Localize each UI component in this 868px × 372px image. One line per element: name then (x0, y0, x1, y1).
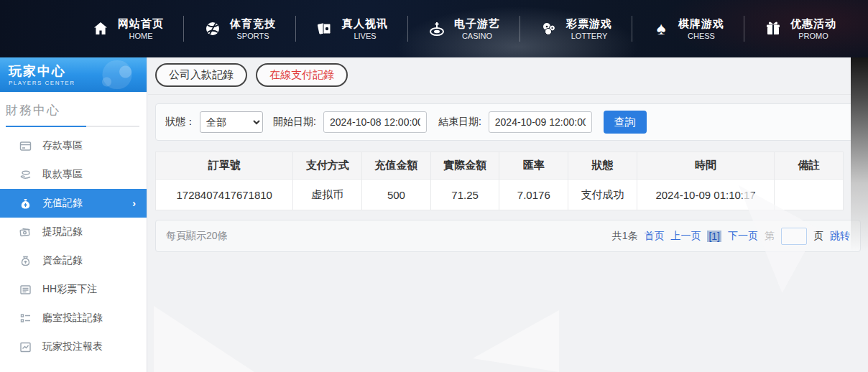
nav-item-lottery[interactable]: 彩票游戏 LOTTERY (520, 17, 632, 41)
cell-recharge-amount: 500 (362, 180, 431, 210)
start-date-label: 開始日期: (273, 116, 316, 129)
start-date-input[interactable] (323, 111, 427, 133)
col-header-order-no: 訂單號 (156, 152, 293, 180)
cell-actual-amount: 71.25 (430, 180, 499, 210)
col-header-status: 狀態 (568, 152, 637, 180)
tab-company-deposit-records[interactable]: 公司入款記錄 (155, 63, 247, 87)
sidebar-item-label: 廳室投註記錄 (42, 312, 103, 325)
nav-label-en: LOTTERY (566, 31, 612, 41)
col-header-remark: 備註 (775, 152, 844, 180)
nav-label-zh: 优惠活动 (790, 17, 836, 31)
nav-label-zh: 棋牌游戏 (678, 17, 724, 31)
list-icon (19, 284, 32, 296)
col-header-recharge-amount: 充值金額 (362, 152, 431, 180)
table-header-row: 訂單號 支付方式 充值金額 實際金額 匯率 狀態 時間 備註 (156, 152, 844, 180)
players-center-header: 玩家中心 PLAYERS CENTER (0, 57, 147, 92)
col-header-actual-amount: 實際金額 (430, 152, 499, 180)
total-count-text: 共1条 (612, 230, 638, 243)
status-label: 狀態： (165, 116, 195, 129)
next-page-link[interactable]: 下一页 (728, 230, 758, 243)
nav-item-promo[interactable]: 优惠活动 PROMO (744, 17, 856, 41)
nav-label-en: HOME (118, 31, 164, 41)
sidebar-menu: 存款專區 取款專區 充值記錄 › 提現記錄 資金記錄 (0, 131, 147, 361)
decorative-triangle (154, 306, 254, 372)
status-select[interactable]: 全部 (200, 111, 263, 133)
nav-label-en: CASINO (454, 31, 500, 41)
sidebar-item-label: 玩家投注報表 (42, 340, 103, 353)
nav-item-casino[interactable]: 电子游艺 CASINO (408, 17, 520, 41)
sidebar: 玩家中心 PLAYERS CENTER 財務中心 存款專區 取款專區 充值記錄 … (0, 57, 147, 372)
sidebar-item-withdraw-zone[interactable]: 取款專區 (0, 160, 147, 189)
lottery-balls-icon (540, 19, 558, 38)
sidebar-item-room-bet-records[interactable]: 廳室投註記錄 (0, 304, 147, 333)
col-header-exchange-rate: 匯率 (499, 152, 568, 180)
section-underline (6, 126, 139, 127)
nav-item-chess[interactable]: ♠ 棋牌游戏 CHESS (632, 17, 744, 41)
top-navigation: 网站首页 HOME 体育竞技 SPORTS 真人视讯 LIVES 电子游艺 CA… (0, 0, 868, 57)
nav-label-en: CHESS (678, 31, 724, 41)
sidebar-item-label: 充值記錄 (42, 197, 83, 210)
cell-remark (775, 180, 844, 210)
money-bag-icon (19, 197, 32, 210)
sidebar-item-deposit-zone[interactable]: 存款專區 (0, 131, 147, 160)
personal-center-section-title: 個人中心 (0, 361, 147, 372)
sidebar-item-label: 存款專區 (42, 139, 83, 152)
sports-ball-icon (203, 19, 222, 38)
current-page-indicator: [1] (707, 231, 721, 242)
nav-label-en: PROMO (790, 31, 836, 41)
finance-section-header: 財務中心 (0, 92, 147, 127)
nav-label-zh: 彩票游戏 (566, 17, 612, 31)
end-date-input[interactable] (489, 111, 592, 133)
sidebar-item-label: HH彩票下注 (42, 283, 97, 296)
nav-label-zh: 电子游艺 (454, 17, 500, 31)
cell-order-no: 1728407417671810 (156, 180, 293, 210)
checklist-icon (19, 312, 32, 325)
sidebar-title: 玩家中心 (9, 62, 147, 80)
withdraw-hand-icon (19, 169, 32, 181)
sidebar-subtitle: PLAYERS CENTER (9, 80, 147, 86)
home-icon (91, 19, 110, 38)
recharge-records-table: 訂單號 支付方式 充值金額 實際金額 匯率 狀態 時間 備註 172840741… (155, 152, 844, 210)
finance-section-title: 財務中心 (6, 102, 139, 126)
col-header-time: 時間 (637, 152, 774, 180)
deposit-card-icon (19, 140, 32, 152)
roulette-icon (428, 19, 446, 38)
sidebar-item-recharge-records[interactable]: 充值記錄 › (0, 189, 147, 218)
sidebar-item-player-bet-report[interactable]: 玩家投注報表 (0, 333, 147, 361)
tab-online-payment-records[interactable]: 在線支付記錄 (256, 63, 348, 87)
background-gradient-strip (851, 57, 868, 251)
gift-icon (764, 19, 782, 38)
table-row: 1728407417671810 虚拟币 500 71.25 7.0176 支付… (156, 180, 844, 210)
main-content: 公司入款記錄 在線支付記錄 狀態： 全部 開始日期: 結束日期: 查詢 訂單號 … (148, 57, 868, 372)
cell-exchange-rate: 7.0176 (499, 180, 568, 210)
col-header-payment-method: 支付方式 (293, 152, 362, 180)
report-chart-icon (19, 341, 32, 353)
prev-page-link[interactable]: 上一页 (670, 230, 701, 243)
sidebar-item-label: 資金記錄 (42, 254, 83, 267)
cash-note-icon (19, 226, 32, 238)
sidebar-item-label: 提現記錄 (42, 225, 83, 238)
nav-label-zh: 真人视讯 (342, 17, 388, 31)
cell-status: 支付成功 (568, 180, 637, 210)
first-page-link[interactable]: 首页 (644, 230, 664, 243)
sidebar-item-withdrawal-records[interactable]: 提現記錄 (0, 218, 147, 246)
nav-label-en: LIVES (342, 31, 388, 41)
nav-label-zh: 体育竞技 (230, 17, 276, 31)
filter-bar: 狀態： 全部 開始日期: 結束日期: 查詢 (155, 103, 861, 141)
nav-item-home[interactable]: 网站首页 HOME (72, 17, 183, 41)
page-size-text: 每頁顯示20條 (166, 230, 228, 243)
sidebar-item-hh-lottery-bets[interactable]: HH彩票下注 (0, 275, 147, 304)
sidebar-item-funds-records[interactable]: 資金記錄 (0, 246, 147, 275)
nav-item-sports[interactable]: 体育竞技 SPORTS (184, 17, 295, 41)
sidebar-item-label: 取款專區 (42, 168, 83, 181)
playing-cards-icon (315, 19, 334, 38)
funds-bag-icon (19, 255, 32, 267)
nav-label-en: SPORTS (230, 31, 276, 41)
decorative-triangle (473, 310, 559, 372)
end-date-label: 結束日期: (438, 116, 481, 129)
chevron-right-icon: › (132, 197, 136, 209)
nav-label-zh: 网站首页 (118, 17, 164, 31)
jump-action-link[interactable]: 跳转 (830, 230, 850, 243)
nav-item-lives[interactable]: 真人视讯 LIVES (296, 17, 407, 41)
search-button[interactable]: 查詢 (604, 111, 647, 134)
